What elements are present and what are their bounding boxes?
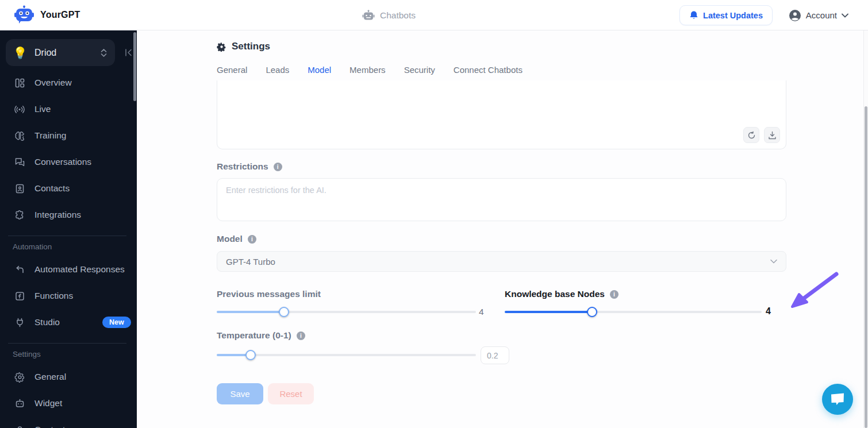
page-scrollbar-thumb[interactable] bbox=[865, 106, 867, 428]
previous-messages-limit-text: Previous messages limit bbox=[217, 289, 321, 299]
sidebar-item-contacts[interactable]: Contacts bbox=[0, 175, 133, 202]
chevron-down-icon bbox=[770, 259, 777, 264]
prompt-box-actions bbox=[743, 127, 780, 143]
sidebar-item-conversations[interactable]: Conversations bbox=[0, 149, 133, 175]
sidebar-divider bbox=[8, 236, 126, 236]
model-label: Model i bbox=[217, 234, 256, 244]
contact-icon bbox=[14, 424, 25, 428]
contact-card-icon bbox=[14, 183, 25, 194]
page-scrollbar[interactable] bbox=[863, 30, 868, 428]
account-menu[interactable]: Account bbox=[789, 0, 848, 30]
knowledge-base-nodes-value: 4 bbox=[766, 306, 771, 317]
sidebar-item-label: Automated Responses bbox=[34, 264, 125, 275]
download-button[interactable] bbox=[764, 127, 780, 143]
sidebar-item-label: Contacts bbox=[34, 183, 70, 194]
section-label-automation: Automation bbox=[13, 242, 52, 251]
save-button[interactable]: Save bbox=[217, 383, 263, 404]
chat-widget-button[interactable] bbox=[822, 384, 853, 415]
user-avatar-icon bbox=[789, 9, 801, 22]
return-arrow-icon bbox=[14, 264, 25, 275]
app-window: YourGPT Chatbots bbox=[0, 0, 868, 428]
sidebar-item-label: Widget bbox=[34, 398, 62, 408]
page-title-text: Settings bbox=[232, 41, 270, 52]
restrictions-label-text: Restrictions bbox=[217, 161, 268, 172]
slider-thumb[interactable] bbox=[245, 350, 256, 360]
nav-chatbots-label: Chatbots bbox=[380, 10, 416, 21]
slider-track[interactable] bbox=[217, 354, 476, 356]
sidebar-item-integrations[interactable]: Integrations bbox=[0, 202, 133, 228]
yourgpt-logo-icon bbox=[14, 5, 34, 25]
sidebar-item-label: Training bbox=[34, 130, 66, 141]
project-selector[interactable]: 💡 Driod bbox=[6, 39, 115, 66]
regenerate-button[interactable] bbox=[743, 127, 759, 143]
reset-button[interactable]: Reset bbox=[268, 383, 314, 404]
temperature-slider[interactable] bbox=[217, 350, 476, 360]
settings-gear-icon bbox=[217, 42, 226, 52]
slider-fill bbox=[505, 311, 592, 313]
info-icon[interactable]: i bbox=[610, 290, 619, 299]
restrictions-input[interactable] bbox=[217, 178, 786, 221]
sidebar-item-label: Conversations bbox=[34, 157, 91, 167]
top-header: YourGPT Chatbots bbox=[0, 0, 868, 30]
previous-messages-limit-slider[interactable] bbox=[217, 307, 476, 317]
latest-updates-label: Latest Updates bbox=[703, 11, 763, 20]
sidebar-item-studio[interactable]: Studio New bbox=[0, 309, 133, 336]
sidebar-scrollbar[interactable] bbox=[133, 32, 136, 101]
sidebar-item-live[interactable]: Live bbox=[0, 96, 133, 122]
project-bulb-icon: 💡 bbox=[13, 45, 28, 60]
sidebar-item-label: Overview bbox=[34, 78, 72, 88]
slider-thumb[interactable] bbox=[587, 307, 597, 317]
sidebar-item-functions[interactable]: Functions bbox=[0, 283, 133, 309]
sidebar: 💡 Driod Overview Live Tra bbox=[0, 30, 137, 428]
temperature-label: Temperature (0-1) i bbox=[217, 330, 305, 341]
restrictions-label: Restrictions i bbox=[217, 161, 282, 172]
temperature-label-text: Temperature (0-1) bbox=[217, 330, 291, 341]
info-icon[interactable]: i bbox=[248, 235, 256, 244]
chat-bubbles-icon bbox=[14, 156, 25, 168]
info-icon[interactable]: i bbox=[274, 163, 282, 171]
previous-messages-limit-label: Previous messages limit bbox=[217, 289, 321, 299]
knowledge-base-nodes-label: Knowledge base Nodes i bbox=[505, 289, 619, 299]
sidebar-divider bbox=[8, 343, 126, 344]
brand[interactable]: YourGPT bbox=[14, 5, 80, 25]
sidebar-item-contact[interactable]: Contact bbox=[0, 417, 133, 428]
sidebar-item-automated-responses[interactable]: Automated Responses bbox=[0, 256, 133, 283]
temperature-input[interactable] bbox=[481, 346, 509, 364]
brand-name: YourGPT bbox=[40, 10, 80, 20]
sidebar-item-general[interactable]: General bbox=[0, 364, 133, 390]
chat-bubble-icon bbox=[830, 392, 845, 406]
brain-icon bbox=[14, 130, 25, 141]
sidebar-item-label: Integrations bbox=[34, 210, 81, 220]
section-label-settings: Settings bbox=[13, 350, 41, 358]
chatbot-icon bbox=[362, 10, 375, 21]
live-broadcast-icon bbox=[14, 103, 25, 115]
gear-icon bbox=[14, 371, 25, 383]
sidebar-item-label: Live bbox=[34, 104, 51, 114]
nav-chatbots[interactable]: Chatbots bbox=[362, 0, 416, 30]
new-badge: New bbox=[102, 317, 131, 328]
sidebar-item-widget[interactable]: Widget bbox=[0, 390, 133, 417]
model-label-text: Model bbox=[217, 234, 243, 244]
latest-updates-button[interactable]: Latest Updates bbox=[679, 5, 773, 25]
knowledge-base-nodes-text: Knowledge base Nodes bbox=[505, 289, 605, 299]
function-icon bbox=[14, 290, 25, 302]
sidebar-item-label: Contact bbox=[34, 425, 65, 428]
knowledge-base-nodes-slider[interactable] bbox=[505, 307, 762, 317]
slider-thumb[interactable] bbox=[279, 307, 289, 317]
sidebar-item-label: Functions bbox=[34, 291, 73, 301]
settings-page: Settings General Leads Model Members Sec… bbox=[137, 30, 863, 428]
widget-robot-icon bbox=[14, 398, 25, 409]
sidebar-item-overview[interactable]: Overview bbox=[0, 70, 133, 96]
sidebar-item-label: Studio bbox=[34, 317, 60, 327]
info-icon[interactable]: i bbox=[297, 331, 305, 340]
slider-fill bbox=[217, 311, 284, 313]
account-label: Account bbox=[806, 10, 837, 20]
previous-messages-limit-value: 4 bbox=[479, 307, 484, 317]
model-select[interactable]: GPT-4 Turbo bbox=[217, 251, 786, 272]
page-title: Settings bbox=[217, 41, 270, 52]
sidebar-item-training[interactable]: Training bbox=[0, 122, 133, 149]
chevron-down-icon bbox=[842, 13, 848, 18]
bell-icon bbox=[689, 10, 698, 20]
base-prompt-box[interactable] bbox=[217, 80, 786, 149]
select-updown-icon bbox=[101, 48, 107, 57]
